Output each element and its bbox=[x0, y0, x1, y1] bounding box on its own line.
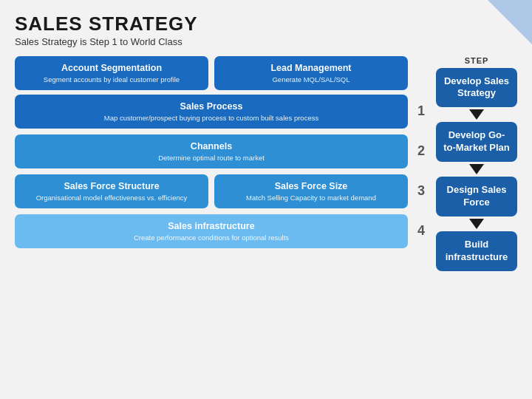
card-sub: Determine optimal route to market bbox=[25, 154, 398, 162]
right-section: STEP Develop Sales StrategyDevelop Go- t… bbox=[436, 56, 517, 271]
step-group-4: Sales infrastructureCreate performance c… bbox=[15, 214, 429, 248]
slide: SALES STRATEGY Sales Strategy is Step 1 … bbox=[0, 0, 532, 399]
step-box-2: Develop Go- to-Market Plan bbox=[436, 122, 517, 162]
card-sub: Segment accounts by ideal customer profi… bbox=[25, 75, 198, 83]
connector-row: Sales infrastructureCreate performance c… bbox=[15, 214, 429, 248]
card-title: Account Segmentation bbox=[25, 63, 198, 73]
step-box-3: Design Sales Force bbox=[436, 177, 517, 216]
card-title: Sales Process bbox=[25, 101, 398, 112]
card: Account SegmentationSegment accounts by … bbox=[15, 56, 208, 90]
step-group-3: Sales Force StructureOrganisational mode… bbox=[15, 174, 429, 208]
step-number-2: 2 bbox=[414, 143, 429, 159]
step-box-4: Build infrastructure bbox=[436, 231, 517, 271]
card: Sales Force SizeMatch Selling Capacity t… bbox=[214, 174, 408, 208]
step-group-1: Account SegmentationSegment accounts by … bbox=[15, 56, 429, 129]
step-number-3: 3 bbox=[414, 183, 429, 199]
card-sub: Match Selling Capacity to market demand bbox=[225, 194, 398, 202]
arrow-down-icon bbox=[469, 219, 484, 229]
arrow-down-icon bbox=[469, 164, 484, 174]
step-number-1: 1 bbox=[414, 103, 429, 119]
sub-title: Sales Strategy is Step 1 to World Class bbox=[15, 36, 517, 47]
card-full: ChannelsDetermine optimal route to marke… bbox=[15, 134, 408, 168]
connector-row: ChannelsDetermine optimal route to marke… bbox=[15, 134, 429, 168]
card: Lead ManagementGenerate MQL/SAL/SQL bbox=[214, 56, 408, 90]
step-number-4: 4 bbox=[414, 223, 429, 239]
card-full: Sales ProcessMap customer/prospect buyin… bbox=[15, 95, 408, 129]
card-sub: Create performance conditions for option… bbox=[25, 233, 398, 242]
card-title: Channels bbox=[25, 141, 398, 151]
card-sub: Organisational model effectiveness vs. e… bbox=[25, 194, 198, 202]
content-area: Account SegmentationSegment accounts by … bbox=[15, 56, 517, 271]
connector-row: Sales ProcessMap customer/prospect buyin… bbox=[15, 95, 429, 129]
arrow-down-icon bbox=[469, 109, 484, 120]
connector-row: Sales Force StructureOrganisational mode… bbox=[15, 174, 429, 208]
card-full: Sales infrastructureCreate performance c… bbox=[15, 214, 408, 248]
main-title: SALES STRATEGY bbox=[15, 13, 517, 35]
card: Sales Force StructureOrganisational mode… bbox=[15, 174, 208, 208]
card-title: Sales infrastructure bbox=[25, 221, 398, 231]
two-card-row: Account SegmentationSegment accounts by … bbox=[15, 56, 408, 90]
card-title: Sales Force Structure bbox=[25, 181, 198, 191]
card-sub: Generate MQL/SAL/SQL bbox=[225, 75, 398, 83]
connector-row: Account SegmentationSegment accounts by … bbox=[15, 56, 429, 90]
card-sub: Map customer/prospect buying process to … bbox=[25, 114, 398, 122]
step-column-label: STEP bbox=[465, 56, 489, 65]
step-box-1: Develop Sales Strategy bbox=[436, 68, 517, 108]
left-section: Account SegmentationSegment accounts by … bbox=[15, 56, 429, 271]
two-card-row: Sales Force StructureOrganisational mode… bbox=[15, 174, 408, 208]
card-title: Sales Force Size bbox=[225, 181, 398, 191]
step-group-2: ChannelsDetermine optimal route to marke… bbox=[15, 134, 429, 168]
card-title: Lead Management bbox=[225, 63, 398, 73]
